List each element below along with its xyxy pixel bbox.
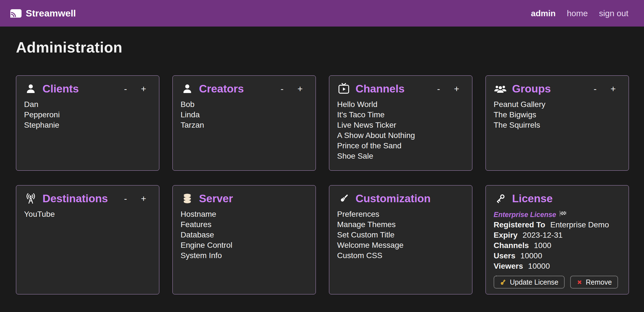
destinations-add-button[interactable]: +	[140, 194, 147, 204]
list-item[interactable]: Live News Ticker	[337, 120, 464, 130]
card-channels-title: Channels	[356, 83, 405, 95]
list-item[interactable]: Preferences	[337, 209, 464, 219]
card-customization-header: Customization	[337, 192, 464, 205]
list-item[interactable]: System Info	[181, 250, 307, 261]
card-channels: Channels - + Hello World It's Taco Time …	[329, 75, 472, 171]
list-item[interactable]: Custom CSS	[337, 250, 464, 261]
card-creators-title: Creators	[199, 83, 244, 95]
server-list: Hostname Features Database Engine Contro…	[181, 209, 307, 261]
customization-list: Preferences Manage Themes Set Custom Tit…	[337, 209, 464, 261]
list-item[interactable]: Bob	[181, 99, 307, 109]
license-field-label: Users	[494, 251, 515, 261]
license-field-label: Registered To	[494, 220, 545, 230]
remove-license-button[interactable]: Remove	[570, 276, 618, 289]
remove-license-label: Remove	[586, 278, 612, 286]
card-channels-controls: - +	[436, 84, 464, 94]
nav-sign-out[interactable]: sign out	[599, 9, 628, 18]
license-field-value: 1000	[534, 240, 551, 251]
card-creators-controls: - +	[280, 84, 307, 94]
list-item[interactable]: Shoe Sale	[337, 151, 464, 161]
creators-list: Bob Linda Tarzan	[181, 99, 307, 130]
channels-add-button[interactable]: +	[453, 84, 460, 94]
update-license-label: Update License	[510, 278, 558, 286]
card-groups: Groups - + Peanut Gallery The Bigwigs Th…	[486, 75, 629, 171]
list-item[interactable]: A Show About Nothing	[337, 130, 464, 140]
card-destinations: Destinations - + YouTube	[16, 185, 159, 294]
list-item[interactable]: Dan	[24, 99, 151, 109]
gold-key-icon	[500, 279, 507, 286]
creators-add-button[interactable]: +	[296, 84, 304, 94]
list-item[interactable]: Database	[181, 230, 307, 240]
card-customization-title: Customization	[356, 192, 431, 205]
groups-remove-button[interactable]: -	[593, 84, 598, 94]
list-item[interactable]: Welcome Message	[337, 240, 464, 250]
list-item[interactable]: YouTube	[24, 209, 151, 219]
list-item[interactable]: The Bigwigs	[494, 109, 620, 120]
list-item[interactable]: Tarzan	[181, 120, 307, 130]
card-clients: Clients - + Dan Pepperoni Stephanie	[16, 75, 159, 171]
card-clients-controls: - +	[123, 84, 151, 94]
card-groups-title: Groups	[512, 83, 551, 95]
app-header: Streamwell admin home sign out	[0, 0, 644, 27]
card-clients-title: Clients	[42, 83, 79, 95]
card-destinations-controls: - +	[123, 194, 151, 204]
clients-add-button[interactable]: +	[140, 84, 147, 94]
list-item[interactable]: The Squirrels	[494, 120, 620, 130]
card-license-title: License	[512, 192, 553, 205]
page-title: Administration	[16, 39, 629, 56]
card-license-header: License	[494, 192, 620, 205]
list-item[interactable]: Peanut Gallery	[494, 99, 620, 109]
creators-remove-button[interactable]: -	[280, 84, 285, 94]
list-item[interactable]: Engine Control	[181, 240, 307, 250]
broadcast-tower-icon	[24, 192, 37, 205]
groups-list: Peanut Gallery The Bigwigs The Squirrels	[494, 99, 620, 130]
key-icon	[494, 192, 507, 205]
tv-icon	[337, 82, 351, 95]
license-field-label: Expiry	[494, 230, 518, 240]
database-icon	[181, 192, 194, 205]
list-item[interactable]: Linda	[181, 109, 307, 120]
admin-page: Administration Clients - + Dan Peppe	[0, 39, 644, 294]
card-server: Server Hostname Features Database Engine…	[172, 185, 316, 294]
person-icon	[24, 82, 37, 95]
card-creators: Creators - + Bob Linda Tarzan	[172, 75, 316, 171]
license-field-value: 10000	[520, 251, 542, 261]
list-item[interactable]: Manage Themes	[337, 219, 464, 230]
nav-admin[interactable]: admin	[531, 9, 556, 18]
card-license: License Enterprise License	[486, 185, 629, 294]
list-item[interactable]: It's Taco Time	[337, 109, 464, 120]
update-license-button[interactable]: Update License	[494, 276, 565, 289]
checkered-flag-icon	[559, 209, 567, 220]
card-destinations-header: Destinations - +	[24, 192, 151, 205]
nav-home[interactable]: home	[567, 9, 588, 18]
channels-remove-button[interactable]: -	[436, 84, 441, 94]
card-groups-controls: - +	[593, 84, 620, 94]
groups-icon	[494, 82, 507, 95]
clients-remove-button[interactable]: -	[123, 84, 128, 94]
groups-add-button[interactable]: +	[609, 84, 617, 94]
channels-list: Hello World It's Taco Time Live News Tic…	[337, 99, 464, 161]
card-creators-header: Creators - +	[181, 82, 307, 95]
list-item[interactable]: Pepperoni	[24, 109, 151, 120]
list-item[interactable]: Set Custom Title	[337, 230, 464, 240]
list-item[interactable]: Features	[181, 219, 307, 230]
license-field-label: Channels	[494, 240, 529, 251]
paintbrush-icon	[337, 192, 351, 205]
brand-link[interactable]: Streamwell	[10, 8, 76, 19]
card-destinations-title: Destinations	[42, 192, 108, 205]
license-field-viewers: Viewers 10000	[494, 261, 620, 271]
list-item[interactable]: Stephanie	[24, 120, 151, 130]
card-customization: Customization Preferences Manage Themes …	[329, 185, 472, 294]
list-item[interactable]: Hello World	[337, 99, 464, 109]
destinations-list: YouTube	[24, 209, 151, 219]
license-field-value: 10000	[528, 261, 550, 271]
list-item[interactable]: Hostname	[181, 209, 307, 219]
list-item[interactable]: Prince of the Sand	[337, 140, 464, 151]
license-buttons: Update License Remove	[494, 276, 620, 289]
clients-list: Dan Pepperoni Stephanie	[24, 99, 151, 130]
license-type: Enterprise License	[494, 209, 620, 220]
card-grid: Clients - + Dan Pepperoni Stephanie	[16, 75, 629, 294]
license-field-channels: Channels 1000	[494, 240, 620, 251]
card-server-title: Server	[199, 192, 233, 205]
destinations-remove-button[interactable]: -	[123, 194, 128, 204]
